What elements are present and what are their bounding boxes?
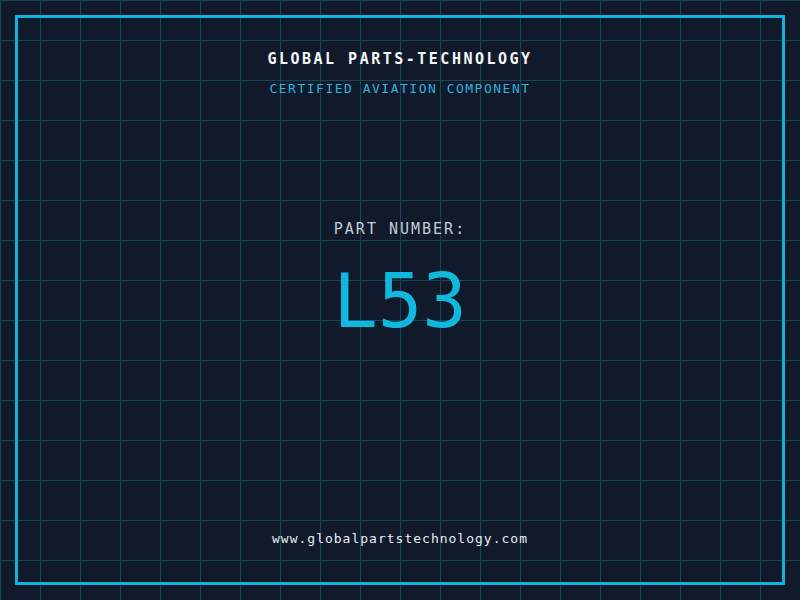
certificate-page: GLOBAL PARTS-TECHNOLOGY CERTIFIED AVIATI…: [0, 0, 800, 600]
website-url: www.globalpartstechnology.com: [0, 531, 800, 546]
part-number-label: PART NUMBER:: [0, 220, 800, 238]
certification-subtitle: CERTIFIED AVIATION COMPONENT: [0, 81, 800, 96]
company-title: GLOBAL PARTS-TECHNOLOGY: [0, 50, 800, 68]
part-number-value: L53: [0, 264, 800, 338]
